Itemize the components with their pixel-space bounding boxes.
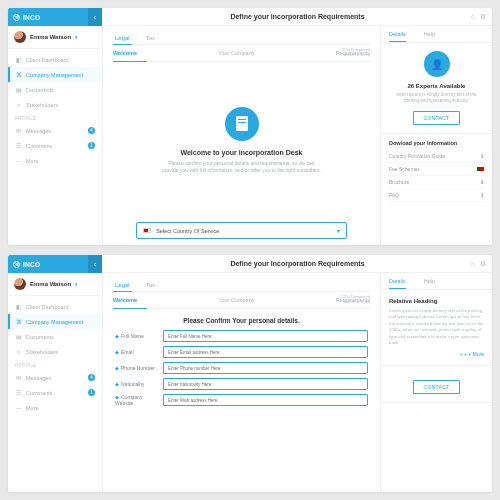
- phone-input[interactable]: [163, 362, 368, 374]
- tab-legal[interactable]: Legal: [113, 32, 144, 44]
- logo-icon: ✻: [13, 14, 20, 21]
- nav-primary: ◧Client Dashboard ⌘Company Management ▤D…: [8, 296, 102, 418]
- sidebar-item-dashboard[interactable]: ◧Client Dashboard: [8, 299, 102, 314]
- dashboard-icon: ◧: [15, 56, 22, 63]
- sidebar-item-stakeholders[interactable]: ☺Stakeholders: [8, 344, 102, 359]
- website-input[interactable]: [163, 394, 368, 406]
- topbar-icons: ⌂ ⚙: [471, 13, 486, 21]
- nav-section-label: PROFILE: [8, 359, 102, 370]
- collapse-sidebar-button[interactable]: ‹: [88, 8, 102, 26]
- step-indicator: [113, 308, 147, 310]
- right-tabs: Details Help: [381, 273, 492, 290]
- chevron-down-icon: ▾: [75, 34, 78, 40]
- sidebar-item-messages[interactable]: ✉Messages4: [8, 370, 102, 385]
- sidebar-item-more[interactable]: ⋯More: [8, 153, 102, 168]
- field-nationality: ◆Nationality: [115, 378, 368, 390]
- sidebar: ✻ INCO ‹ Emma Watson ▾ ◧Client Dashboard…: [8, 8, 103, 245]
- select-label: Select Country Of Service: [156, 228, 219, 234]
- step-your-company[interactable]: Your Company: [218, 297, 254, 303]
- sidebar-item-messages[interactable]: ✉Messages4: [8, 123, 102, 138]
- documents-icon: ▤: [15, 86, 22, 93]
- content: Legal Tax Welcome Your Company Requireme…: [103, 273, 492, 492]
- sidebar-header: ✻ INCO ‹: [8, 255, 102, 273]
- country-select[interactable]: Select Country Of Service ▾: [136, 222, 347, 239]
- tab-legal[interactable]: Legal: [113, 279, 144, 291]
- link-icon: ⌘: [15, 71, 22, 78]
- field-phone: ◆Phone Number: [115, 362, 368, 374]
- contact-button[interactable]: CONTACT: [413, 380, 461, 394]
- fullname-input[interactable]: [163, 330, 368, 342]
- sidebar-item-company-management[interactable]: ⌘Company Management: [8, 67, 102, 82]
- documents-icon: ▤: [15, 333, 22, 340]
- chevron-down-icon: ▾: [75, 281, 78, 287]
- progress-meta: 22% CompletedSections: 4 req: [342, 47, 370, 57]
- email-input[interactable]: [163, 346, 368, 358]
- sidebar: ✻ INCO ‹ Emma Watson ▾ ◧Client Dashboard…: [8, 255, 103, 492]
- sidebar-item-documents[interactable]: ▤Documents: [8, 82, 102, 97]
- center-column: Legal Tax Welcome Your Company Requireme…: [103, 26, 380, 245]
- download-item[interactable]: Fee Schemes: [389, 163, 484, 176]
- form-title: Please Confirm Your personal details.: [115, 317, 368, 324]
- sidebar-item-comments[interactable]: ☰Comments1: [8, 138, 102, 153]
- sidebar-item-stakeholders[interactable]: ☺Stakeholders: [8, 97, 102, 112]
- sidebar-header: ✻ INCO ‹: [8, 8, 102, 26]
- step-indicator: [113, 61, 147, 63]
- primary-tabs: Legal Tax: [113, 32, 370, 45]
- sidebar-item-comments[interactable]: ☰Comments1: [8, 385, 102, 400]
- hero-body: Please confirm your personal details and…: [162, 160, 322, 174]
- collapse-sidebar-button[interactable]: ‹: [88, 255, 102, 273]
- relative-heading-card: Relative Heading Lorem ipsum is simply d…: [381, 290, 492, 365]
- topbar: Define your Incorporation Requirements ⌂…: [103, 255, 492, 273]
- gear-icon[interactable]: ⚙: [480, 260, 486, 268]
- download-icon: ⬇: [480, 192, 484, 198]
- progress-meta: 22% CompletedSections: 4 req: [342, 294, 370, 304]
- step-welcome[interactable]: Welcome: [113, 297, 137, 303]
- logo-icon: ✻: [13, 261, 20, 268]
- home-icon[interactable]: ⌂: [471, 13, 475, 21]
- nav-primary: ◧Client Dashboard ⌘Company Management ▤D…: [8, 49, 102, 171]
- more-icon: ⋯: [15, 404, 22, 411]
- people-icon: ☺: [15, 101, 22, 108]
- flag-icon: [477, 167, 484, 171]
- step-welcome[interactable]: Welcome: [113, 50, 137, 56]
- personal-details-form: Please Confirm Your personal details. ◆F…: [113, 309, 370, 418]
- link-icon: ⌘: [15, 318, 22, 325]
- app-panel-welcome: ✻ INCO ‹ Emma Watson ▾ ◧Client Dashboard…: [8, 8, 492, 245]
- nationality-input[interactable]: [163, 378, 368, 390]
- field-fullname: ◆Full Name: [115, 330, 368, 342]
- avatar: [14, 278, 26, 290]
- download-title: Dowload your Information: [389, 140, 484, 146]
- step-tabs: Welcome Your Company Requirements 22% Co…: [113, 45, 370, 62]
- sidebar-item-dashboard[interactable]: ◧Client Dashboard: [8, 52, 102, 67]
- sidebar-item-company-management[interactable]: ⌘Company Management: [8, 314, 102, 329]
- sidebar-item-more[interactable]: ⋯More: [8, 400, 102, 415]
- chevron-down-icon: ▾: [337, 227, 340, 234]
- experts-card: 👤 26 Experts Available lorem ipsum is si…: [381, 43, 492, 134]
- gear-icon[interactable]: ⚙: [480, 13, 486, 21]
- tab-details[interactable]: Details: [389, 31, 406, 37]
- download-icon: ⬇: [480, 153, 484, 159]
- download-item[interactable]: FAQ⬇: [389, 189, 484, 202]
- sidebar-item-documents[interactable]: ▤Documents: [8, 329, 102, 344]
- tab-help[interactable]: Help: [424, 31, 435, 37]
- brand-name: INCO: [23, 261, 40, 268]
- flag-icon: [143, 228, 151, 233]
- contact-button[interactable]: CONTACT: [413, 111, 461, 125]
- more-link[interactable]: + + + More: [389, 351, 484, 357]
- user-menu[interactable]: Emma Watson ▾: [8, 273, 102, 296]
- step-your-company[interactable]: Your Company: [218, 50, 254, 56]
- hero-title: Welcome to your Incorporation Desk: [180, 149, 302, 156]
- user-menu[interactable]: Emma Watson ▾: [8, 26, 102, 49]
- tab-help[interactable]: Help: [424, 278, 435, 284]
- download-item[interactable]: Brochure⬇: [389, 176, 484, 189]
- message-icon: ✉: [15, 127, 22, 134]
- home-icon[interactable]: ⌂: [471, 260, 475, 268]
- tab-details[interactable]: Details: [389, 278, 406, 284]
- tab-tax[interactable]: Tax: [144, 279, 169, 291]
- welcome-hero: Welcome to your Incorporation Desk Pleas…: [113, 62, 370, 214]
- tab-tax[interactable]: Tax: [144, 32, 169, 44]
- people-icon: ☺: [15, 348, 22, 355]
- comment-icon: ☰: [15, 142, 22, 149]
- download-item[interactable]: Country Formation Guide⬇: [389, 150, 484, 163]
- field-website: ◆Company Website: [115, 394, 368, 406]
